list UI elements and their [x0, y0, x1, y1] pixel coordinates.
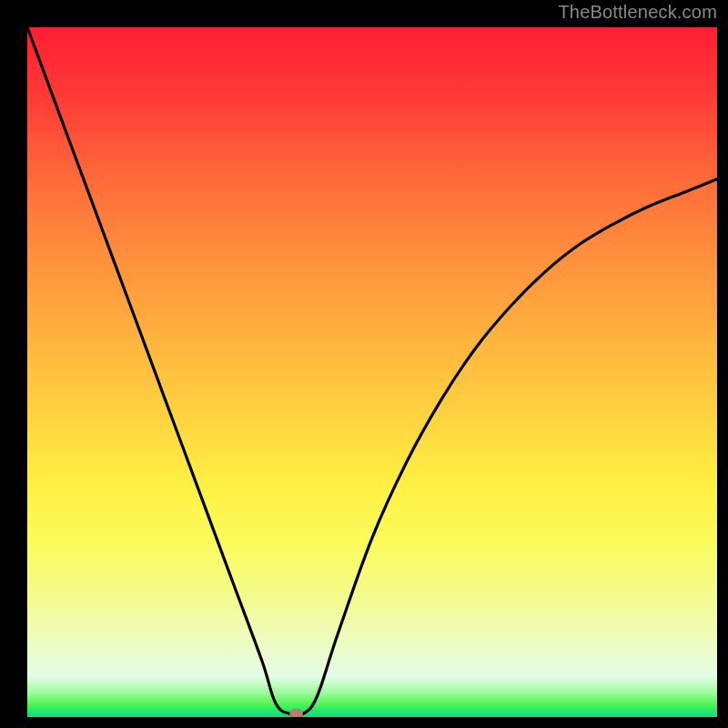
- bottleneck-curve: [27, 27, 717, 715]
- chart-plot-area: [27, 27, 717, 717]
- chart-svg: [27, 27, 717, 717]
- watermark-text: TheBottleneck.com: [558, 2, 717, 23]
- optimal-point-marker: [290, 709, 303, 717]
